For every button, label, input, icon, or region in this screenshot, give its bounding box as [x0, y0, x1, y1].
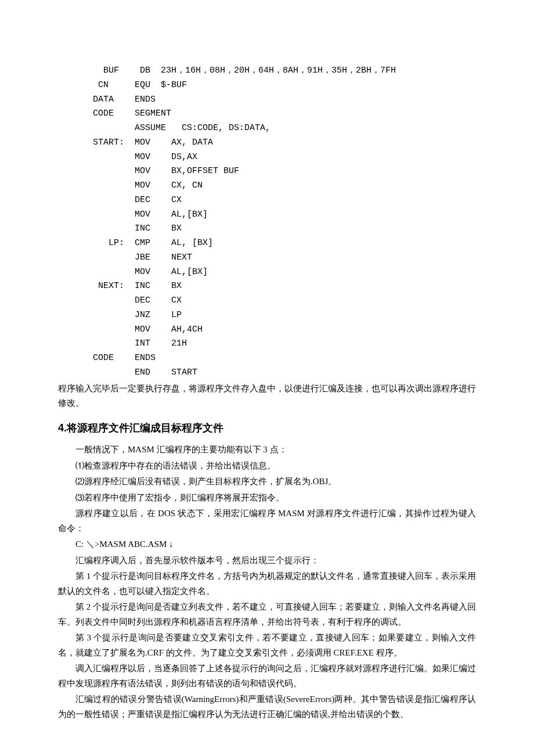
paragraph: 第 2 个提示行是询问是否建立列表文件，若不建立，可直接键入回车；若要建立，则输… [58, 600, 476, 629]
paragraph: 源程序建立以后，在 DOS 状态下，采用宏汇编程序 MASM 对源程序文件进行汇… [58, 506, 476, 536]
code-line: END START [93, 368, 197, 377]
code-line: BUF DB 23H，16H，08H，20H，64H，8AH，91H，35H，2… [93, 66, 396, 75]
paragraph: 第 3 个提示行是询问是否要建立交叉索引文件，若不要建立，直接键入回车；如果要建… [58, 631, 476, 660]
code-line: DEC CX [93, 296, 182, 305]
code-line: START: MOV AX, DATA [93, 138, 213, 147]
section-heading: 4.将源程序文件汇编成目标程序文件 [58, 419, 476, 437]
code-line: INT 21H [93, 339, 187, 348]
code-line: JBE NEXT [93, 253, 192, 262]
code-line: INC BX [93, 224, 182, 233]
code-line: MOV AL,[BX] [93, 267, 208, 277]
paragraph: ⑵源程序经汇编后没有错误，则产生目标程序文件，扩展名为.OBJ。 [58, 474, 476, 489]
code-line: CODE ENDS [93, 353, 156, 363]
code-line: CN EQU $-BUF [93, 80, 187, 90]
code-block: BUF DB 23H，16H，08H，20H，64H，8AH，91H，35H，2… [93, 64, 476, 380]
code-line: NEXT: INC BX [93, 281, 182, 291]
code-line: MOV AL,[BX] [93, 210, 208, 219]
paragraph: ⑶若程序中使用了宏指令，则汇编程序将展开宏指令。 [58, 491, 476, 506]
paragraph: 第 1 个提示行是询问目标程序文件名，方括号内为机器规定的默认文件名，通常直接键… [58, 569, 476, 599]
code-line: CODE SEGMENT [93, 109, 171, 118]
code-line: DATA ENDS [93, 95, 156, 105]
paragraph: 汇编程序调入后，首先显示软件版本号，然后出现三个提示行： [58, 553, 476, 568]
paragraph: ⑴检查源程序中存在的语法错误，并给出错误信息。 [58, 459, 476, 474]
code-line: MOV BX,OFFSET BUF [93, 166, 239, 176]
code-line: MOV CX, CN [93, 181, 203, 190]
paragraph-after-code: 程序输入完毕后一定要执行存盘，将源程序文件存入盘中，以便进行汇编及连接，也可以再… [58, 381, 476, 411]
code-line: ASSUME CS:CODE, DS:DATA, [93, 123, 270, 133]
code-line: LP: CMP AL, [BX] [93, 238, 213, 248]
paragraph: 一般情况下，MASM 汇编程序的主要功能有以下 3 点： [58, 442, 476, 458]
paragraph: C: ＼>MASM ABC.ASM ↓ [58, 537, 476, 552]
code-line: DEC CX [93, 195, 182, 205]
code-line: MOV AH,4CH [93, 325, 203, 334]
paragraph: 调入汇编程序以后，当逐条回答了上述各提示行的询问之后，汇编程序就对源程序进行汇编… [58, 661, 476, 691]
code-line: JNZ LP [93, 310, 182, 320]
paragraph: 汇编过程的错误分警告错误(WarningErrors)和严重错误(SevereE… [58, 692, 476, 722]
code-line: MOV DS,AX [93, 152, 197, 162]
